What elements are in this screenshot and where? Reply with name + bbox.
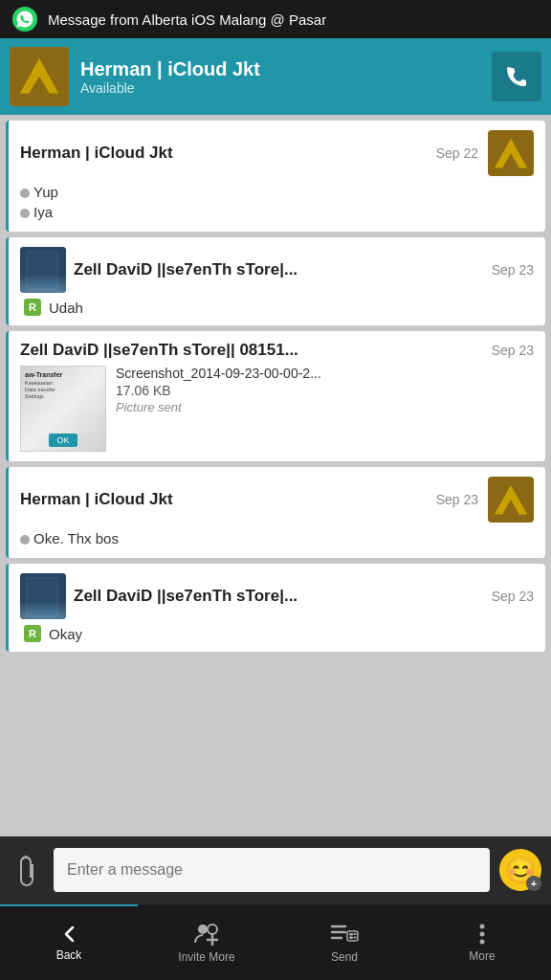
message-line: Iya [20,202,534,222]
nav-label-back: Back [56,948,82,962]
message-list: Herman | iCloud Jkt Sep 22 Yup Iya [0,115,551,836]
message-item: Zell DaviD ||se7enTh sTore|... Sep 23 R … [6,564,545,652]
nav-item-invite[interactable]: Invite More [138,904,276,980]
msg-date: Sep 23 [436,492,478,507]
msg-date: Sep 23 [492,262,534,278]
sender-name: Zell DaviD ||se7enTh sTore|... [74,260,298,279]
bullet-dot [20,189,30,198]
msg-date: Sep 22 [436,145,478,161]
message-line: Yup [20,182,534,202]
sender-name: Herman | iCloud Jkt [20,144,173,163]
bottom-nav: Back Invite More Send [0,903,551,980]
svg-point-7 [198,924,208,934]
picture-sent-label: Picture sent [116,400,321,414]
send-icon [330,922,359,947]
attach-button[interactable] [10,853,44,887]
filename: Screenshot_2014-09-23-00-00-2... [116,366,321,381]
svg-point-19 [480,924,485,928]
svg-point-8 [208,924,217,934]
emoji-plus-icon: + [526,876,541,891]
nav-label-invite: Invite More [178,950,234,964]
message-item: Zell DaviD ||se7enTh sTore|... Sep 23 R … [6,237,545,325]
sender-avatar [20,573,66,619]
triforce-icon [492,482,530,517]
msg-date: Sep 23 [492,343,534,358]
message-text: Oke. Thx bos [33,530,119,546]
ok-button: OK [49,434,77,447]
invite-icon [193,922,220,947]
message-text: Iya [33,204,53,220]
header-status: Available [80,80,480,96]
chat-header: Herman | iCloud Jkt Available [0,38,551,115]
message-item: Zell DaviD ||se7enTh sTore|| 08151... Se… [6,331,545,461]
sender-avatar [488,477,534,523]
status-bar: Message from Alberta iOS Malang @ Pasar [0,0,551,38]
bullet-dot [20,209,30,218]
sender-avatar [488,130,534,176]
r-badge: R [24,299,41,316]
svg-rect-16 [349,936,353,939]
header-avatar [10,47,69,106]
message-item: Herman | iCloud Jkt Sep 22 Yup Iya [6,121,545,232]
sender-name: Zell DaviD ||se7enTh sTore|... [74,587,298,606]
message-input[interactable] [54,848,490,892]
svg-point-20 [480,931,485,936]
sender-name: Herman | iCloud Jkt [20,490,173,509]
triforce-icon-large [15,56,63,98]
header-name: Herman | iCloud Jkt [80,58,480,80]
svg-rect-17 [354,933,357,935]
phone-icon [502,62,531,91]
image-info: Screenshot_2014-09-23-00-00-2... 17.06 K… [116,366,321,414]
call-button[interactable] [492,52,541,101]
msg-date: Sep 23 [492,589,534,604]
triforce-icon [492,136,530,170]
back-icon [58,924,79,945]
message-text: Udah [49,300,83,316]
message-text: Yup [33,184,58,200]
message-item: Herman | iCloud Jkt Sep 23 Oke. Thx bos [6,467,545,558]
svg-rect-14 [347,931,358,941]
paperclip-icon [13,854,40,886]
nav-item-back[interactable]: Back [0,904,138,980]
nav-item-send[interactable]: Send [276,904,413,980]
nav-label-send: Send [331,950,358,964]
svg-point-21 [480,939,485,944]
message-line: Oke. Thx bos [20,528,534,548]
whatsapp-icon [11,6,38,33]
header-info: Herman | iCloud Jkt Available [80,58,480,96]
nav-active-indicator [0,904,138,906]
input-bar: 😊 + [0,836,551,903]
svg-rect-15 [349,933,353,936]
image-thumbnail[interactable]: aw-Transfer Kesesuaian Data transfer Set… [20,366,106,452]
nav-item-more[interactable]: More [413,904,551,980]
more-icon [478,923,486,946]
svg-rect-18 [354,936,357,938]
emoji-button[interactable]: 😊 + [499,849,541,891]
status-bar-text: Message from Alberta iOS Malang @ Pasar [48,11,326,28]
filesize: 17.06 KB [116,383,321,398]
sender-name: Zell DaviD ||se7enTh sTore|| 08151... [20,341,298,360]
image-attachment[interactable]: aw-Transfer Kesesuaian Data transfer Set… [20,366,534,452]
nav-label-more: More [469,949,495,963]
sender-avatar [20,247,66,293]
message-text: Okay [49,626,82,642]
bullet-dot [20,535,30,545]
r-badge: R [24,625,41,642]
